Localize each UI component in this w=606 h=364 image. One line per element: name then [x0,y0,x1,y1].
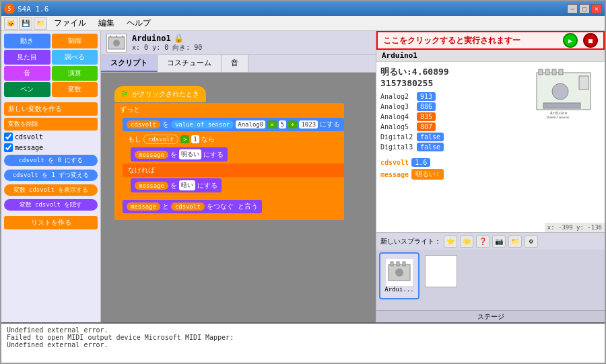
lock-icon: 🔒 [174,34,184,43]
sprite-direction: 向き: 90 [172,44,202,51]
menu-edit[interactable]: 編集 [93,16,120,30]
error-line-3: Undefined external error. [7,341,599,349]
set-block: cdsvolt を value of sensor Analog0 × 5 ÷ … [123,118,344,131]
app-icon: S [4,3,15,14]
make-list-button[interactable]: リストを作る [4,216,98,229]
cdsvolt-display: cdsvolt 1.6 [380,158,601,167]
menu-bar: 🐱 💾 📁 ファイル 編集 ヘルプ [1,16,605,31]
category-operators[interactable]: 演算 [52,66,98,81]
sprite-x: x: 0 [132,44,148,51]
star-btn[interactable]: ⭐ [444,235,457,248]
cam-btn[interactable]: 📁 [508,235,522,248]
sensor-row-digital3: Digital3 false [380,143,449,151]
sprite-y: y: 0 [152,44,168,51]
folder-icon[interactable]: 📁 [34,17,47,30]
menu-help[interactable]: ヘルプ [121,16,156,30]
divide-op: ÷ [288,120,297,129]
sprite-item-arduino[interactable]: Ardui... [379,252,419,299]
tabs: スクリプト コスチューム 音 [101,55,376,73]
num5-input: 5 [279,120,286,129]
extra-btn[interactable]: ⚙ [525,235,538,248]
stage-content: 明るい:4.60899 3157380255 Analog2 913 Analo… [376,62,605,186]
sprite-thumbnail [106,34,127,52]
category-variables[interactable]: 変数 [52,82,98,97]
category-control[interactable]: 制御 [52,34,98,48]
if-body: message を 明るい にする [131,146,344,163]
variable-displays: cdsvolt 1.6 message 明るい: [380,158,601,180]
tab-sound[interactable]: 音 [222,55,248,72]
close-button[interactable]: ✕ [591,4,602,13]
new-variable-button[interactable]: 新しい変数を作る [4,102,98,116]
set-zero-button[interactable]: cdsvolt を 0 にする [4,155,98,166]
sprite-list: Ardui... [376,250,605,310]
execute-text: ここをクリックすると実行されますー [383,35,558,46]
message-var-bright: message [135,151,168,159]
svg-point-1 [113,40,120,46]
error-line-1: Undefined external error. [7,326,599,334]
set-message-dark: message を 暗い にする [131,178,222,192]
svg-rect-17 [391,262,393,266]
sensor-row-analog2: Analog2 913 [380,92,449,101]
if-block: もし cdsvolt > 1 なら message [123,133,344,198]
message-checkbox[interactable] [4,143,13,152]
cdsvolt-checkbox[interactable] [4,133,13,141]
sensor-rows: Analog2 913 Analog3 886 Analog4 835 [380,92,449,151]
search-btn[interactable]: ❓ [476,235,490,248]
forever-block: ずっと cdsvolt を value of sensor Analog0 [114,103,344,220]
category-pen[interactable]: ペン [4,82,50,97]
else-header: なければ [123,163,344,177]
error-area[interactable]: Undefined external error. Failed to open… [1,322,605,363]
svg-text:Duemilanove: Duemilanove [547,115,569,119]
tab-costume[interactable]: コスチューム [158,55,222,72]
go-button[interactable]: ▶ [563,33,578,48]
stop-button[interactable]: ■ [583,33,598,48]
left-panel: 動き 制御 見た目 調べる 音 演算 ペン 変数 新しい変数を作る 変数を削除 … [1,31,101,322]
svg-rect-19 [403,262,405,266]
new-sprite-label: 新しいスプライト： [380,237,441,246]
bright-value: 明るい [179,149,201,159]
scratch-logo: 🐱 [4,17,18,30]
bright-value-display: 明るい:4.60899 [380,66,449,78]
forever-footer [114,215,344,220]
category-motion[interactable]: 動き [4,34,50,48]
tab-script[interactable]: スクリプト [101,55,158,72]
menu-file[interactable]: ファイル [48,16,92,30]
sensor-row-analog3: Analog3 886 [380,102,449,111]
set-message-bright: message を 明るい にする [131,147,228,161]
cdsvolt-label: cdsvolt [15,133,43,141]
category-looks[interactable]: 見た目 [4,50,50,65]
svg-rect-7 [545,69,549,75]
script-area[interactable]: 🏳 がクリックされたとき ずっと cdsvolt [101,73,376,322]
svg-rect-18 [397,262,399,266]
if-footer [123,194,344,198]
minimize-button[interactable]: — [567,4,578,13]
maximize-button[interactable]: □ [579,4,590,13]
category-sound[interactable]: 音 [4,66,50,81]
delete-variable-button[interactable]: 変数を削除 [4,118,98,131]
upload-btn[interactable]: 📷 [492,235,506,248]
right-panel: ここをクリックすると実行されますー ▶ ■ Arduino1 明るい:4.608… [376,31,605,322]
message-display: message 明るい: [380,169,601,180]
analog0-input: Analog0 [236,120,265,129]
show-button[interactable]: 変数 cdsvolt を表示する [4,184,98,196]
long-value-display: 3157380255 [380,78,449,88]
say-join-block: message と cdsvolt をつなぐ と言う [123,200,262,213]
increment-button[interactable]: cdsvolt を 1 ずつ変える [4,170,98,181]
cdsvolt-var-input: cdsvolt [127,120,160,129]
arduino-diagram: Arduino Duemilanove [533,66,601,120]
sprite-header: Arduino1 🔒 x: 0 y: 0 向き: 90 [101,31,376,55]
svg-rect-12 [543,103,580,108]
flag-icon: 🏳 [121,89,129,99]
one-input: 1 [191,135,199,143]
brush-btn[interactable]: 🌟 [460,235,473,248]
num1023-input: 1023 [299,120,318,129]
message-label: message [15,144,43,151]
sprite-bar: 新しいスプライト： ⭐ 🌟 ❓ 📷 📁 ⚙ [376,232,605,250]
else-body: message を 暗い にする [131,177,344,194]
multiply-op: × [267,120,276,129]
sensor-input: value of sensor [171,120,234,129]
sprite-item-thumb [386,259,413,286]
category-sensing[interactable]: 調べる [52,50,98,65]
hide-button[interactable]: 変数 cdsvolt を隠す [4,199,98,211]
save-icon[interactable]: 💾 [19,17,32,30]
